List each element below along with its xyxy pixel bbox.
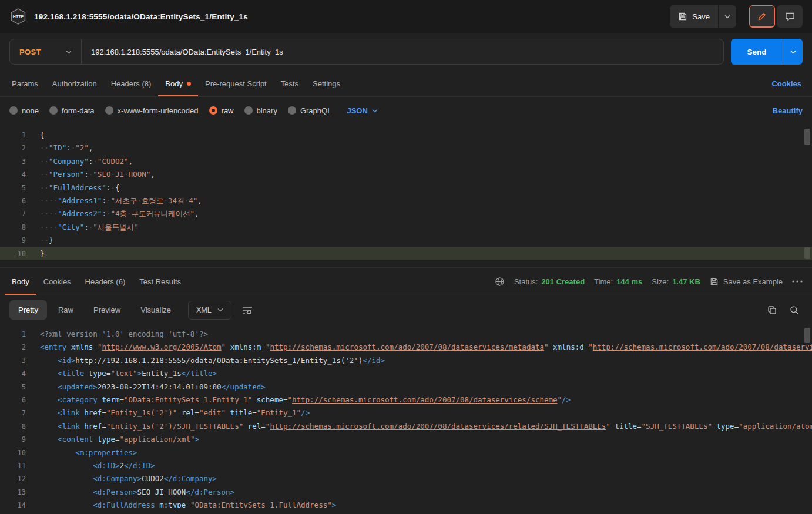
code-token bbox=[40, 488, 93, 496]
code-link[interactable]: http://schemas.microsoft.com/ado/2007/08… bbox=[270, 422, 606, 431]
wrap-lines-button[interactable] bbox=[242, 306, 253, 314]
code-line[interactable]: 8 <link href="Entity_1s('2')/SJH_TESTTAB… bbox=[0, 420, 812, 433]
code-token: : bbox=[84, 170, 89, 179]
line-number: 7 bbox=[0, 407, 26, 419]
code-line[interactable]: 3··"Company":·"CUDO2", bbox=[0, 155, 812, 168]
save-as-example-button[interactable]: Save as Example bbox=[710, 277, 783, 286]
code-link[interactable]: http://schemas.microsoft.com/ado/2007/08… bbox=[292, 395, 558, 404]
documentation-button-group bbox=[749, 5, 803, 28]
code-line[interactable]: 4 <title type="text">Entity_1s</title> bbox=[0, 367, 812, 380]
code-token: : bbox=[102, 209, 106, 218]
scrollbar-thumb[interactable] bbox=[804, 328, 810, 343]
code-line[interactable]: 6····"Address1":·"서초구·효령로·34길·4", bbox=[0, 194, 812, 207]
code-line[interactable]: 10} bbox=[0, 247, 812, 260]
tab-pre-request-script[interactable]: Pre-request Script bbox=[198, 70, 274, 96]
scrollbar-thumb[interactable] bbox=[804, 129, 810, 145]
code-line[interactable]: 5··"FullAddress":·{ bbox=[0, 182, 812, 194]
code-line[interactable]: 5 <updated>2023-08-22T14:42:14.01+09:00<… bbox=[0, 381, 812, 394]
tab-body[interactable]: Body bbox=[158, 70, 198, 96]
comments-button[interactable] bbox=[777, 5, 803, 28]
code-link[interactable]: http://schemas.microsoft.com/ado/2007/08… bbox=[270, 342, 544, 351]
send-options-button[interactable] bbox=[783, 39, 803, 65]
code-token: "text" bbox=[110, 369, 137, 378]
copy-button[interactable] bbox=[767, 305, 777, 315]
status-badge: Status: 201 Created bbox=[514, 277, 585, 286]
response-tab-test-results[interactable]: Test Results bbox=[132, 268, 188, 295]
code-line[interactable]: 2<entry xmlns="http://www.w3.org/2005/At… bbox=[0, 341, 812, 354]
request-url-bar: POST 192.168.1.218:5555/odata/OData:Enti… bbox=[0, 33, 812, 70]
tab-tests[interactable]: Tests bbox=[274, 70, 306, 96]
code-token: <updated> bbox=[58, 382, 98, 391]
code-token: <content bbox=[58, 435, 93, 444]
method-selector[interactable]: POST bbox=[10, 39, 81, 64]
response-tab-body[interactable]: Body bbox=[5, 268, 36, 295]
code-content: <d:Company>CUDO2</d:Company> bbox=[40, 472, 217, 485]
code-line[interactable]: 7 <link href="Entity_1s('2')" rel="edit"… bbox=[0, 407, 812, 419]
response-tab-cookies[interactable]: Cookies bbox=[36, 268, 78, 295]
tab-authorization[interactable]: Authorization bbox=[45, 70, 104, 96]
code-line[interactable]: 9··} bbox=[0, 234, 812, 247]
save-button[interactable]: Save bbox=[670, 5, 718, 28]
tab-settings[interactable]: Settings bbox=[306, 70, 347, 96]
send-button[interactable]: Send bbox=[731, 39, 783, 65]
response-body-editor[interactable]: 1<?xml version='1.0' encoding='utf-8'?>2… bbox=[0, 324, 812, 508]
url-input[interactable]: 192.168.1.218:5555/odata/OData:EntitySet… bbox=[82, 48, 293, 56]
line-number: 4 bbox=[0, 168, 26, 181]
code-content: <content type="application/xml"> bbox=[40, 433, 199, 446]
search-button[interactable] bbox=[790, 305, 799, 315]
language-selector[interactable]: JSON bbox=[347, 106, 377, 115]
code-content: ··"Company":·"CUDO2", bbox=[40, 155, 133, 168]
code-line[interactable]: 12 <d:Company>CUDO2</d:Company> bbox=[0, 472, 812, 485]
code-line[interactable]: 2··"ID":·"2", bbox=[0, 142, 812, 154]
save-icon bbox=[710, 277, 719, 286]
code-line[interactable]: 3 <id>http://192.168.1.218:5555/odata/OD… bbox=[0, 354, 812, 367]
body-type-graphql[interactable]: GraphQL bbox=[288, 106, 331, 115]
body-type-form-data[interactable]: form-data bbox=[49, 106, 95, 115]
code-line[interactable]: 1<?xml version='1.0' encoding='utf-8'?> bbox=[0, 328, 812, 341]
code-line[interactable]: 1{ bbox=[0, 129, 812, 142]
body-type-binary[interactable]: binary bbox=[244, 106, 277, 115]
body-type-raw[interactable]: raw bbox=[209, 106, 234, 115]
code-token: { bbox=[40, 130, 45, 139]
tab-params[interactable]: Params bbox=[5, 70, 45, 96]
code-line[interactable]: 9 <content type="application/xml"> bbox=[0, 433, 812, 446]
network-globe-icon[interactable] bbox=[495, 277, 505, 287]
code-link[interactable]: http://192.168.1.218:5555/odata/OData:En… bbox=[75, 356, 363, 365]
code-link[interactable]: http://www.w3.org/2005/Atom bbox=[102, 342, 221, 351]
whitespace-dot: · bbox=[40, 236, 45, 244]
code-token: title bbox=[615, 422, 637, 431]
more-options-button[interactable] bbox=[792, 280, 803, 283]
code-line[interactable]: 8····"City":·"서울특별시" bbox=[0, 221, 812, 234]
code-token: 34길 bbox=[168, 196, 184, 205]
body-type-none[interactable]: none bbox=[9, 106, 39, 115]
body-type-x-www-form-urlencoded[interactable]: x-www-form-urlencoded bbox=[105, 106, 199, 115]
beautify-link[interactable]: Beautify bbox=[773, 106, 803, 115]
save-options-button[interactable] bbox=[718, 5, 736, 28]
code-line[interactable]: 11 <d:ID>2</d:ID> bbox=[0, 459, 812, 472]
code-line[interactable]: 7····"Address2":·"4층·쿠도커뮤니케이션", bbox=[0, 207, 812, 220]
code-line[interactable]: 13 <d:Person>SEO JI HOON</d:Person> bbox=[0, 486, 812, 499]
line-number: 13 bbox=[0, 486, 26, 499]
code-line[interactable]: 6 <category term="OData:EntitySets_1.Ent… bbox=[0, 394, 812, 407]
request-body-editor[interactable]: 1{2··"ID":·"2",3··"Company":·"CUDO2",4··… bbox=[0, 124, 812, 267]
view-tab-visualize[interactable]: Visualize bbox=[132, 300, 180, 320]
view-tab-raw[interactable]: Raw bbox=[49, 300, 82, 320]
code-token bbox=[549, 342, 553, 351]
code-content: ····"City":·"서울특별시" bbox=[40, 221, 139, 234]
code-line[interactable]: 10 <m:properties> bbox=[0, 446, 812, 459]
code-line[interactable]: 4··"Person":·"SEO·JI·HOON", bbox=[0, 168, 812, 181]
code-content: <id>http://192.168.1.218:5555/odata/ODat… bbox=[40, 354, 385, 367]
format-selector[interactable]: XML bbox=[188, 301, 231, 320]
code-token: <entry bbox=[40, 342, 66, 351]
view-tab-pretty[interactable]: Pretty bbox=[9, 300, 47, 320]
tab-headers[interactable]: Headers (8) bbox=[104, 70, 159, 96]
cookies-link[interactable]: Cookies bbox=[766, 79, 807, 88]
code-line[interactable]: 14 <d:FullAddress m:type="OData:EntitySe… bbox=[0, 499, 812, 508]
response-tab-headers[interactable]: Headers (6) bbox=[78, 268, 133, 295]
radio-icon bbox=[49, 106, 58, 115]
code-content: { bbox=[40, 129, 45, 142]
view-tab-preview[interactable]: Preview bbox=[85, 300, 129, 320]
edit-request-button[interactable] bbox=[749, 5, 775, 28]
line-number: 3 bbox=[0, 155, 26, 168]
code-link[interactable]: http://schemas.microsoft.com/ado/2007/08… bbox=[593, 342, 812, 351]
